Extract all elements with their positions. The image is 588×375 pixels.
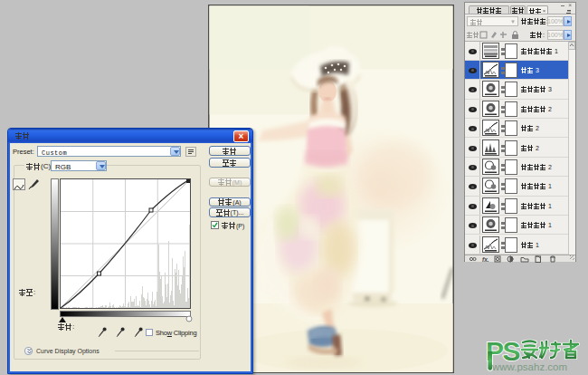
svg-text:www.psahz.com: www.psahz.com xyxy=(491,361,567,372)
svg-text:fx.: fx. xyxy=(482,255,489,262)
